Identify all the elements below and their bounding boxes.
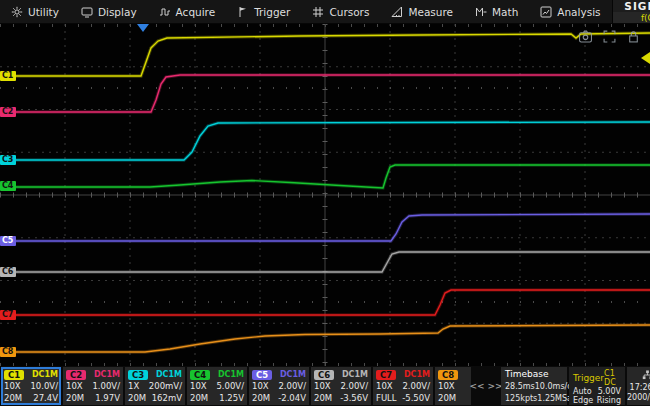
channel-chip: C5 — [252, 370, 272, 380]
edge-label-c1[interactable]: C1 — [0, 71, 16, 81]
channel-descriptor-c6[interactable]: C6DC1M 10X2.00V/ 20M-3.56V — [311, 367, 371, 405]
trace-c2 — [0, 75, 650, 112]
coupling-label: DC1M — [404, 370, 430, 379]
volt-scale: 2.00V/ — [278, 381, 306, 391]
coupling-label: DC1M — [156, 370, 182, 379]
brand-status-block: SIGLENT Ready f(C1) < 2.0Hz — [612, 0, 650, 23]
channel-pager: << >> — [473, 367, 499, 405]
channel-descriptor-c3[interactable]: C3DC1M 1X200mV/ 20M162mV — [125, 367, 185, 405]
menu-label: Utility — [28, 6, 59, 18]
trigger-source: C1 DC — [604, 369, 621, 387]
menu-label: Math — [492, 6, 518, 18]
coupling-label: DC1M — [94, 370, 120, 379]
channel-descriptor-c4[interactable]: C4DC1M 10X5.00V/ 20M1.25V — [187, 367, 247, 405]
menu-item-acquire[interactable]: Acquire — [148, 0, 227, 23]
channel-descriptor-c1[interactable]: C1DC1M 10X10.0V/ 20M27.4V — [1, 367, 61, 405]
trigger-type: Edge — [573, 396, 593, 405]
ruler-icon — [391, 6, 403, 18]
channel-offset: 27.4V — [33, 393, 58, 403]
menu-item-math[interactable]: Math — [464, 0, 529, 23]
trace-c4 — [0, 165, 650, 188]
trace-c8 — [0, 325, 650, 352]
edge-label-c7[interactable]: C7 — [0, 310, 16, 320]
bandwidth-limit: FULL — [376, 393, 397, 403]
channel-chip: C1 — [4, 370, 24, 380]
menu-item-analysis[interactable]: Analysis — [529, 0, 611, 23]
trace-c3 — [0, 122, 650, 160]
coupling-label: DC1M — [342, 370, 368, 379]
trace-c5 — [0, 214, 650, 241]
channel-offset: -3.56V — [340, 393, 368, 403]
trace-c3 — [0, 122, 650, 160]
channel-offset: 162mV — [152, 393, 182, 403]
menu-label: Acquire — [176, 6, 216, 18]
trigger-level-marker[interactable] — [641, 52, 650, 64]
trace-c8 — [0, 325, 650, 352]
volt-scale: 1.00V/ — [92, 381, 120, 391]
bandwidth-limit: 20M — [4, 393, 22, 403]
channel-descriptor-c7[interactable]: C7DC1M 10X2.00V/ FULL-5.50V — [373, 367, 433, 405]
channel-offset: -2.04V — [278, 393, 306, 403]
probe-attenuation: 10X — [252, 381, 269, 391]
waveform-traces — [0, 24, 650, 366]
trace-c2 — [0, 75, 650, 112]
trigger-slope: Rising — [597, 396, 621, 405]
trigger-title: Trigger — [573, 373, 604, 383]
menu-item-measure[interactable]: Measure — [380, 0, 464, 23]
channel-offset: -5.50V — [402, 393, 430, 403]
trigger-level: 5.00V — [598, 387, 621, 396]
edge-label-c5[interactable]: C5 — [0, 236, 16, 246]
channel-descriptor-c2[interactable]: C2DC1M 10X1.00V/ 20M1.97V — [63, 367, 123, 405]
pager-prev-button[interactable]: << — [469, 381, 484, 391]
menu-label: Measure — [408, 6, 453, 18]
menu-item-trigger[interactable]: Trigger — [226, 0, 301, 23]
volt-scale: 2.00V/ — [340, 381, 368, 391]
edge-label-c2[interactable]: C2 — [0, 107, 16, 117]
menu-label: Display — [98, 6, 137, 18]
lock-icon[interactable] — [627, 28, 640, 47]
channel-chip: C3 — [128, 370, 148, 380]
edge-label-c8[interactable]: C8 — [0, 347, 16, 357]
monitor-icon — [81, 6, 93, 18]
chart-icon — [540, 6, 552, 18]
channel-chip: C7 — [376, 370, 396, 380]
menu-item-display[interactable]: Display — [70, 0, 148, 23]
trace-c6 — [0, 252, 650, 272]
camera-icon[interactable] — [579, 28, 592, 47]
probe-attenuation: 10X — [66, 381, 83, 391]
bandwidth-limit: 20M — [190, 393, 208, 403]
menu-item-cursors[interactable]: Cursors — [301, 0, 380, 23]
menu-item-utility[interactable]: Utility — [0, 0, 70, 23]
edge-label-c6[interactable]: C6 — [0, 267, 16, 277]
volt-scale: 200mV/ — [149, 381, 182, 391]
flag-icon — [237, 6, 249, 18]
header-right: SIGLENT Ready f(C1) < 2.0Hz C1 — [612, 0, 650, 23]
probe-attenuation: 1X — [128, 381, 139, 391]
trigger-position-marker[interactable] — [137, 24, 149, 32]
channel-chip: C8 — [438, 370, 458, 380]
volt-scale: 10.0V/ — [30, 381, 58, 391]
menu-label: Trigger — [254, 6, 290, 18]
coupling-label: DC1M — [218, 370, 244, 379]
channel-descriptor-c8[interactable]: C8 10X 20M — [435, 367, 471, 405]
timebase-delay: 28.5ms — [505, 382, 535, 391]
waveform-display: C1C2C3C4C5C6C7C8 — [0, 24, 650, 366]
coupling-label: DC1M — [32, 370, 58, 379]
volt-scale: 2.00V/ — [402, 381, 430, 391]
probe-attenuation: 10X — [190, 381, 207, 391]
channel-descriptor-c5[interactable]: C5DC1M 10X2.00V/ 20M-2.04V — [249, 367, 309, 405]
timebase-panel[interactable]: Timebase 28.5ms10.0ms/div 125kpts1.25MSa… — [501, 367, 567, 405]
menu-bar: Utility Display Acquire Trigger Cursors … — [0, 0, 650, 24]
edge-label-c3[interactable]: C3 — [0, 155, 16, 165]
edge-label-c4[interactable]: C4 — [0, 181, 16, 191]
trigger-panel[interactable]: TriggerC1 DC Auto5.00V EdgeRising — [569, 367, 625, 405]
probe-attenuation: 10X — [376, 381, 393, 391]
menu-label: Analysis — [557, 6, 600, 18]
trigger-mode: Auto — [573, 387, 592, 396]
coupling-label: DC1M — [280, 370, 306, 379]
probe-attenuation: 10X — [4, 381, 21, 391]
timebase-title: Timebase — [505, 369, 563, 379]
probe-attenuation: 10X — [314, 381, 331, 391]
expand-icon[interactable] — [603, 28, 616, 47]
channel-offset: 1.25V — [219, 393, 244, 403]
